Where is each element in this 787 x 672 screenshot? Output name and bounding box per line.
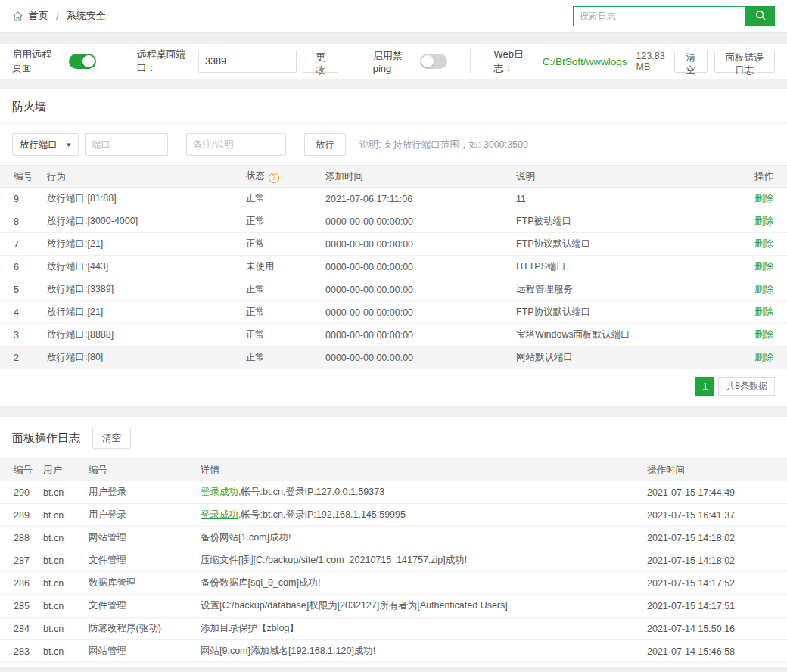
- cell-time: 0000-00-00 00:00:00: [325, 256, 516, 278]
- cell-id: 290: [0, 481, 43, 504]
- weblog-path-link[interactable]: C:/BtSoft/wwwlogs: [543, 56, 627, 67]
- firewall-table: 编号 行为 状态? 添加时间 说明 操作 9放行端口:[81:88]正常2021…: [0, 165, 787, 369]
- cell-status: 未使用: [246, 256, 325, 278]
- status-help-icon[interactable]: ?: [269, 173, 279, 183]
- table-row: 289bt.cn用户登录登录成功,帐号:bt.cn,登录IP:192.168.1…: [0, 504, 787, 527]
- detail-text: 备份网站[1.com]成功!: [201, 532, 291, 543]
- rule-type-select[interactable]: 放行端口 ▼: [12, 133, 79, 156]
- cell-optime: 2021-07-15 14:18:02: [647, 549, 787, 572]
- cell-id: 7: [0, 233, 47, 256]
- cell-operation: 删除: [730, 347, 787, 369]
- remote-desktop-toggle[interactable]: [69, 54, 96, 69]
- cell-status: 正常: [246, 324, 325, 347]
- cell-operation: 删除: [730, 256, 787, 278]
- cell-type: 文件管理: [89, 549, 201, 572]
- settings-bar: 启用远程桌面 远程桌面端口： 更改 启用禁ping Web日志： C:/BtSo…: [0, 44, 787, 79]
- breadcrumb-home[interactable]: 首页: [29, 9, 48, 23]
- cell-id: 3: [0, 324, 47, 347]
- cell-time: 0000-00-00 00:00:00: [325, 301, 516, 324]
- search-button[interactable]: [745, 6, 775, 26]
- cell-time: 0000-00-00 00:00:00: [325, 210, 516, 233]
- home-icon[interactable]: [12, 11, 23, 22]
- panel-log-table-header: 编号 用户 编号 详情 操作时间: [0, 459, 787, 481]
- panel-error-log-button[interactable]: 面板错误日志: [714, 51, 775, 73]
- delete-link[interactable]: 删除: [754, 352, 773, 362]
- table-row: 6放行端口:[443]未使用0000-00-00 00:00:00HTTPS端口…: [0, 256, 787, 278]
- cell-id: 6: [0, 256, 47, 278]
- cell-user: bt.cn: [43, 481, 89, 504]
- delete-link[interactable]: 删除: [754, 238, 773, 249]
- clear-weblog-button[interactable]: 清空: [674, 51, 708, 73]
- cell-detail: 设置[C:/backup/database]权限为[2032127]所有者为[A…: [201, 595, 647, 618]
- detail-text: ,帐号:bt.cn,登录IP:192.168.1.145:59995: [238, 509, 406, 520]
- cell-note: 远程管理服务: [516, 278, 730, 301]
- cell-id: 289: [0, 504, 43, 527]
- login-success-link[interactable]: 登录成功: [201, 487, 238, 497]
- weblog-buttons: 清空 面板错误日志: [674, 51, 775, 73]
- cell-action: 放行端口:[21]: [47, 301, 246, 324]
- firewall-title: 防火墙: [12, 100, 46, 114]
- delete-link[interactable]: 删除: [754, 329, 773, 340]
- table-row: 9放行端口:[81:88]正常2021-07-06 17:11:0611删除: [0, 188, 787, 210]
- cell-time: 0000-00-00 00:00:00: [325, 233, 516, 256]
- clear-log-button[interactable]: 清空: [92, 428, 131, 449]
- cell-id: 4: [0, 301, 47, 324]
- port-input[interactable]: [85, 133, 168, 156]
- cell-id: 286: [0, 572, 43, 595]
- table-row: 283bt.cn网站管理网站[9.com]添加域名[192.168.1.120]…: [0, 640, 787, 663]
- disable-ping-toggle[interactable]: [420, 54, 447, 69]
- table-row: 2放行端口:[80]正常0000-00-00 00:00:00网站默认端口删除: [0, 347, 787, 369]
- breadcrumb-bar: 首页 / 系统安全: [0, 0, 787, 33]
- cell-user: bt.cn: [43, 527, 89, 549]
- allow-port-button[interactable]: 放行: [304, 133, 346, 156]
- detail-text: 设置[C:/backup/database]权限为[2032127]所有者为[A…: [201, 600, 508, 611]
- cell-optime: 2021-07-14 15:50:16: [647, 618, 787, 640]
- detail-text: 网站[9.com]添加域名[192.168.1.120]成功!: [201, 646, 375, 656]
- cell-user: bt.cn: [43, 549, 89, 572]
- firewall-pagination: 1 共8条数据: [0, 369, 787, 406]
- cell-status: 正常: [246, 233, 325, 256]
- toggle-knob: [421, 55, 434, 67]
- delete-link[interactable]: 删除: [754, 306, 773, 317]
- firewall-table-body: 9放行端口:[81:88]正常2021-07-06 17:11:0611删除8放…: [0, 188, 787, 369]
- col-status-label: 状态: [246, 170, 265, 181]
- cell-optime: 2021-07-15 17:44:49: [647, 481, 787, 504]
- cell-id: 288: [0, 527, 43, 549]
- spacer: [0, 33, 787, 44]
- cell-user: bt.cn: [43, 595, 89, 618]
- delete-link[interactable]: 删除: [754, 284, 773, 294]
- delete-link[interactable]: 删除: [754, 216, 773, 226]
- login-success-link[interactable]: 登录成功: [201, 509, 238, 520]
- change-port-button[interactable]: 更改: [303, 51, 338, 73]
- cell-id: 2: [0, 347, 47, 369]
- cell-note: HTTPS端口: [516, 256, 730, 278]
- col-operation: 操作: [730, 166, 787, 188]
- rule-type-value: 放行端口: [20, 138, 58, 151]
- cell-action: 放行端口:[3000-4000]: [47, 210, 246, 233]
- panel-log-table: 编号 用户 编号 详情 操作时间 290bt.cn用户登录登录成功,帐号:bt.…: [0, 459, 787, 663]
- cell-operation: 删除: [730, 188, 787, 210]
- cell-id: 5: [0, 278, 47, 301]
- cell-operation: 删除: [730, 233, 787, 256]
- disable-ping-label: 启用禁ping: [373, 49, 413, 74]
- cell-user: bt.cn: [43, 572, 89, 595]
- cell-operation: 删除: [730, 324, 787, 347]
- search-input[interactable]: [573, 6, 745, 26]
- cell-action: 放行端口:[3389]: [47, 278, 246, 301]
- table-row: 4放行端口:[21]正常0000-00-00 00:00:00FTP协议默认端口…: [0, 301, 787, 324]
- page-number[interactable]: 1: [695, 377, 714, 396]
- cell-status: 正常: [246, 278, 325, 301]
- remote-desktop-label: 启用远程桌面: [12, 48, 61, 75]
- cell-action: 放行端口:[21]: [47, 233, 246, 256]
- cell-detail: 登录成功,帐号:bt.cn,登录IP:127.0.0.1:59373: [201, 481, 647, 504]
- table-row: 285bt.cn文件管理设置[C:/backup/database]权限为[20…: [0, 595, 787, 618]
- panel-log-header: 面板操作日志 清空: [0, 417, 787, 459]
- delete-link[interactable]: 删除: [754, 261, 773, 272]
- table-row: 5放行端口:[3389]正常0000-00-00 00:00:00远程管理服务删…: [0, 278, 787, 301]
- detail-text: 压缩文件[]到[C:/backup/site/1.com_20210715_14…: [201, 555, 467, 565]
- delete-link[interactable]: 删除: [754, 193, 773, 204]
- cell-id: 287: [0, 549, 43, 572]
- cell-optime: 2021-07-15 14:17:52: [647, 572, 787, 595]
- note-input[interactable]: [186, 133, 286, 156]
- remote-port-input[interactable]: [198, 51, 297, 73]
